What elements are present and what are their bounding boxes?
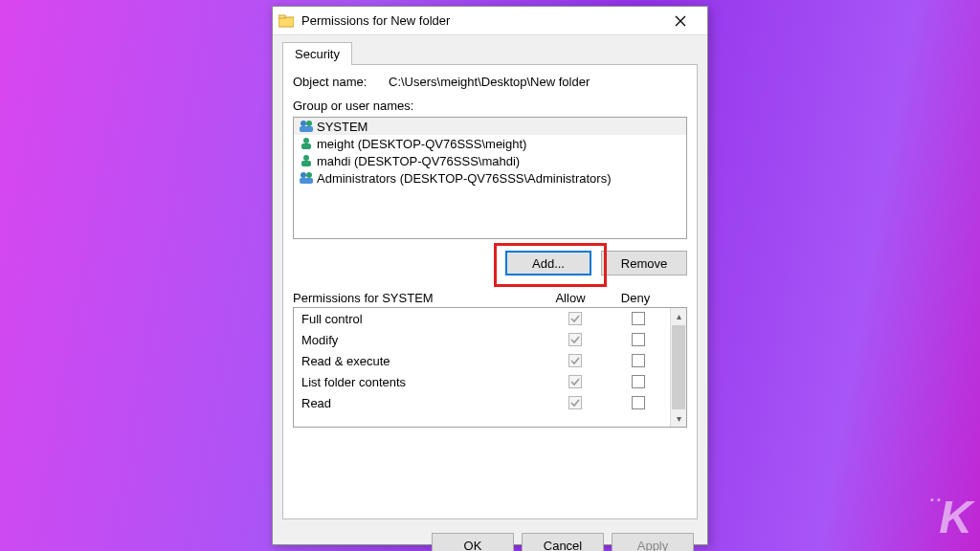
list-item[interactable]: mahdi (DESKTOP-QV76SSS\mahdi): [294, 152, 686, 169]
user-icon: [298, 153, 315, 168]
list-item[interactable]: Administrators (DESKTOP-QV76SSS\Administ…: [294, 169, 686, 187]
permissions-dialog: Permissions for New folder Security Obje…: [272, 6, 708, 545]
group-user-list[interactable]: SYSTEM meight (DESKTOP-QV76SSS\meight) m…: [293, 117, 687, 239]
table-row: Read: [294, 392, 670, 413]
tab-content-security: Object name: C:\Users\meight\Desktop\New…: [282, 64, 698, 519]
permissions-table: Full control Modify Read & execute List …: [293, 307, 687, 428]
folder-icon: [278, 13, 294, 29]
permission-name: Full control: [301, 312, 544, 326]
list-item-label: meight (DESKTOP-QV76SSS\meight): [317, 137, 526, 151]
svg-point-10: [306, 172, 312, 178]
list-item[interactable]: SYSTEM: [294, 118, 686, 135]
scroll-down-icon[interactable]: ▾: [671, 410, 686, 427]
close-button[interactable]: [659, 8, 702, 34]
object-name-row: Object name: C:\Users\meight\Desktop\New…: [293, 75, 687, 89]
group-list-label: Group or user names:: [293, 99, 687, 113]
permissions-header: Permissions for SYSTEM Allow Deny: [293, 291, 687, 305]
svg-rect-8: [301, 161, 311, 166]
add-button[interactable]: Add...: [505, 251, 591, 276]
svg-point-9: [301, 172, 306, 178]
svg-point-3: [306, 121, 312, 126]
object-name-label: Object name:: [293, 75, 389, 89]
list-item-label: SYSTEM: [317, 120, 368, 134]
tab-strip: Security: [273, 35, 707, 64]
permissions-for-label: Permissions for SYSTEM: [293, 291, 538, 305]
watermark: ∙∙K: [929, 491, 970, 543]
allow-checkbox[interactable]: [568, 375, 582, 388]
svg-point-5: [303, 138, 309, 143]
deny-checkbox[interactable]: [632, 396, 645, 409]
svg-rect-6: [301, 143, 311, 149]
list-item[interactable]: meight (DESKTOP-QV76SSS\meight): [294, 135, 686, 152]
table-row: Full control: [294, 308, 670, 329]
svg-rect-11: [300, 178, 313, 184]
permission-name: List folder contents: [301, 375, 544, 389]
deny-checkbox[interactable]: [632, 354, 645, 367]
permission-name: Read: [301, 396, 544, 410]
ok-button[interactable]: OK: [432, 533, 514, 551]
scrollbar[interactable]: ▴ ▾: [670, 308, 686, 427]
user-icon: [298, 136, 315, 151]
permissions-body: Full control Modify Read & execute List …: [294, 308, 670, 427]
cancel-button[interactable]: Cancel: [522, 533, 604, 551]
allow-checkbox[interactable]: [568, 354, 582, 367]
deny-checkbox[interactable]: [632, 375, 645, 388]
remove-button[interactable]: Remove: [601, 251, 687, 276]
object-path: C:\Users\meight\Desktop\New folder: [389, 75, 590, 89]
svg-rect-4: [300, 126, 313, 132]
users-group-icon: [298, 170, 315, 186]
permission-name: Read & execute: [301, 354, 544, 368]
allow-checkbox[interactable]: [568, 396, 582, 409]
scroll-thumb[interactable]: [672, 325, 685, 409]
svg-point-7: [303, 155, 309, 161]
titlebar[interactable]: Permissions for New folder: [273, 7, 707, 35]
apply-button[interactable]: Apply: [612, 533, 694, 551]
svg-point-2: [301, 121, 306, 126]
allow-checkbox[interactable]: [568, 333, 582, 346]
allow-checkbox[interactable]: [568, 312, 582, 325]
list-item-label: mahdi (DESKTOP-QV76SSS\mahdi): [317, 154, 520, 168]
table-row: List folder contents: [294, 371, 670, 392]
deny-column-header: Deny: [603, 291, 668, 305]
list-item-label: Administrators (DESKTOP-QV76SSS\Administ…: [317, 171, 612, 186]
allow-column-header: Allow: [538, 291, 603, 305]
tab-security[interactable]: Security: [282, 42, 352, 65]
deny-checkbox[interactable]: [632, 333, 645, 346]
add-remove-row: Add... Remove: [293, 251, 687, 276]
window-title: Permissions for New folder: [301, 13, 659, 28]
deny-checkbox[interactable]: [632, 312, 645, 325]
svg-rect-1: [278, 15, 285, 18]
table-row: Modify: [294, 329, 670, 350]
permission-name: Modify: [301, 333, 544, 347]
dialog-button-row: OK Cancel Apply: [273, 525, 707, 551]
users-group-icon: [298, 119, 315, 134]
table-row: Read & execute: [294, 350, 670, 371]
scroll-up-icon[interactable]: ▴: [671, 308, 686, 324]
